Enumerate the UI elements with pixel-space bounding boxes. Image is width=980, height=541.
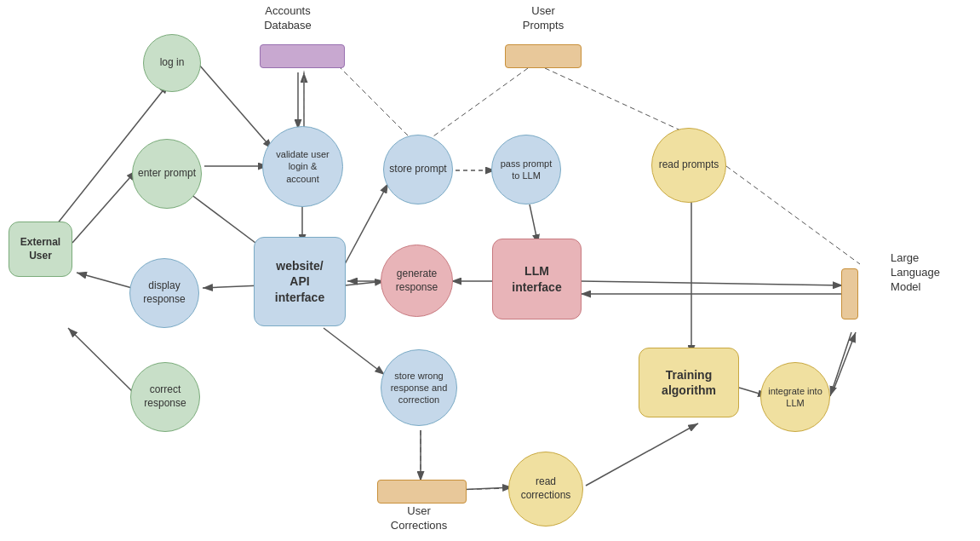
svg-line-3: [72, 170, 136, 243]
training-algorithm-node: Training algorithm: [639, 348, 739, 417]
accounts-database-rect: [260, 44, 345, 68]
diagram-container: Accounts Database User Prompts Large Lan…: [0, 0, 980, 541]
accounts-db-label: Accounts Database: [249, 4, 326, 33]
svg-line-4: [77, 273, 132, 288]
svg-line-20: [581, 281, 843, 285]
store-prompt-node: store prompt: [383, 135, 453, 204]
svg-line-28: [586, 423, 698, 486]
svg-line-6: [198, 64, 272, 149]
svg-line-5: [68, 328, 135, 394]
large-language-model-rect: [841, 268, 858, 319]
log-in-node: log in: [143, 34, 201, 92]
svg-line-24: [834, 332, 856, 388]
svg-line-13: [345, 281, 385, 285]
svg-line-31: [421, 68, 528, 145]
svg-line-30: [545, 68, 688, 134]
svg-line-25: [830, 332, 851, 396]
pass-prompt-llm-node: pass prompt to LLM: [491, 135, 561, 204]
user-corrections-rect: [377, 480, 467, 504]
user-prompts-label: User Prompts: [509, 4, 577, 33]
read-prompts-node: read prompts: [651, 128, 726, 203]
user-corrections-label: User Corrections: [372, 504, 466, 533]
display-response-node: display response: [129, 258, 199, 328]
user-prompts-rect: [505, 44, 582, 68]
validate-user-node: validate user login & account: [262, 126, 343, 207]
svg-line-15: [203, 285, 261, 288]
integrate-llm-node: integrate into LLM: [760, 362, 830, 432]
store-wrong-node: store wrong response and correction: [381, 349, 457, 426]
svg-line-14: [324, 328, 385, 375]
svg-line-12: [345, 183, 388, 264]
website-api-node: website/ API interface: [254, 237, 346, 326]
generate-response-node: generate response: [381, 245, 453, 317]
external-user-node: External User: [9, 222, 72, 277]
enter-prompt-node: enter prompt: [132, 139, 202, 209]
svg-line-34: [726, 166, 860, 264]
large-language-label: Large Language Model: [860, 251, 971, 295]
correct-response-node: correct response: [130, 362, 200, 432]
llm-interface-node: LLM interface: [492, 239, 582, 319]
read-corrections-node: read corrections: [508, 452, 583, 527]
